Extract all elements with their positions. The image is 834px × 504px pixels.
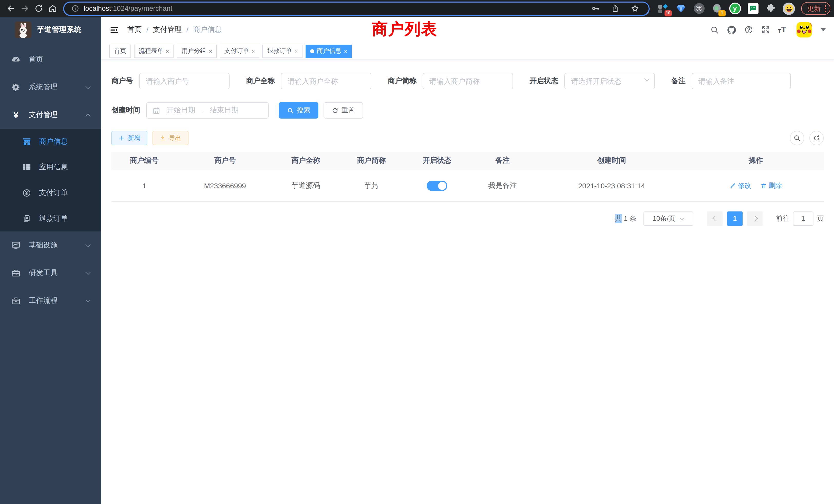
sidebar-item-label: 支付管理 xyxy=(29,110,58,120)
forward-icon[interactable] xyxy=(18,2,32,16)
store-icon xyxy=(21,137,32,146)
tab-merchant-info[interactable]: 商户信息 × xyxy=(306,44,352,58)
search-icon xyxy=(793,135,800,142)
export-button[interactable]: 导出 xyxy=(153,131,189,145)
sidebar-item-dev-tools[interactable]: 研发工具 xyxy=(0,259,101,287)
browser-update-button[interactable]: 更新 xyxy=(801,2,830,15)
profile-avatar-icon[interactable] xyxy=(783,2,795,15)
sidebar-fold-icon[interactable] xyxy=(109,25,119,35)
col-status: 开启状态 xyxy=(404,152,470,170)
sidebar-item-merchant-info[interactable]: 商户信息 xyxy=(0,129,101,155)
full-name-input[interactable] xyxy=(281,73,371,89)
page-1-button[interactable]: 1 xyxy=(727,211,743,226)
app-logo[interactable]: 芋道管理系统 xyxy=(0,17,101,43)
share-icon[interactable] xyxy=(611,4,619,13)
tab-refund-order[interactable]: 退款订单 × xyxy=(263,44,303,58)
status-select-input[interactable] xyxy=(564,73,655,89)
tab-close-icon[interactable]: × xyxy=(166,48,169,54)
chevron-down-icon xyxy=(86,84,91,89)
cell-merchant-id: 1 xyxy=(111,170,177,201)
font-size-icon[interactable]: TT xyxy=(778,26,786,34)
sidebar-item-label: 退款订单 xyxy=(39,214,68,223)
url-text[interactable]: localhost:1024/pay/merchant xyxy=(84,5,591,12)
extension-cmd-icon[interactable]: ⌘ xyxy=(693,2,705,15)
cell-short-name: 芋艿 xyxy=(338,170,404,201)
extensions-puzzle-icon[interactable] xyxy=(765,2,777,15)
url-bar[interactable]: localhost:1024/pay/merchant xyxy=(63,1,650,16)
breadcrumb-payment[interactable]: 支付管理 xyxy=(153,25,182,35)
edit-link[interactable]: 修改 xyxy=(730,181,751,190)
refresh-table-button[interactable] xyxy=(809,131,824,145)
reload-icon[interactable] xyxy=(32,2,46,16)
status-select[interactable] xyxy=(564,73,655,89)
col-created-at: 创建时间 xyxy=(535,152,688,170)
tab-close-icon[interactable]: × xyxy=(209,48,212,54)
sidebar-item-payment[interactable]: ¥ 支付管理 xyxy=(0,101,101,129)
sidebar-item-pay-order[interactable]: 支付订单 xyxy=(0,180,101,206)
sidebar-item-label: 工作流程 xyxy=(29,296,58,305)
add-button[interactable]: 新增 xyxy=(111,131,147,145)
sidebar-item-system[interactable]: 系统管理 xyxy=(0,73,101,101)
bookmark-star-icon[interactable] xyxy=(631,4,639,13)
fullscreen-icon[interactable] xyxy=(761,25,770,35)
plus-icon xyxy=(118,135,125,141)
sidebar-item-home[interactable]: 首页 xyxy=(0,46,101,73)
tab-close-icon[interactable]: × xyxy=(251,48,255,54)
top-navbar: 首页 / 支付管理 / 商户信息 商户列表 xyxy=(101,17,834,43)
tab-pay-order[interactable]: 支付订单 × xyxy=(220,44,260,58)
extension-chat-icon[interactable] xyxy=(747,2,759,15)
tab-process-form[interactable]: 流程表单 × xyxy=(134,44,174,58)
create-time-label: 创建时间 xyxy=(111,106,140,115)
reset-button[interactable]: 重置 xyxy=(324,102,363,118)
tab-label: 商户信息 xyxy=(317,47,342,55)
sidebar-item-infrastructure[interactable]: 基础设施 xyxy=(0,231,101,259)
date-range-picker[interactable]: 开始日期 - 结束日期 xyxy=(146,102,269,118)
short-name-label: 商户简称 xyxy=(388,76,416,86)
remark-label: 备注 xyxy=(671,76,686,86)
short-name-input[interactable] xyxy=(423,73,513,89)
goto-label: 前往 xyxy=(776,214,789,223)
documents-icon xyxy=(21,214,32,223)
tab-close-icon[interactable]: × xyxy=(344,48,347,54)
merchant-no-input[interactable] xyxy=(139,73,229,89)
page-size-select[interactable]: 10条/页 xyxy=(643,211,693,226)
github-icon[interactable] xyxy=(727,25,737,35)
delete-link[interactable]: 删除 xyxy=(760,181,782,190)
breadcrumb-home[interactable]: 首页 xyxy=(127,25,142,35)
back-icon[interactable] xyxy=(4,2,18,16)
goto-page-input[interactable] xyxy=(793,211,813,226)
remark-input[interactable] xyxy=(692,73,791,89)
extension-grid-icon[interactable]: 10 xyxy=(657,2,669,15)
chevron-down-icon xyxy=(86,270,91,275)
prev-page-button[interactable] xyxy=(707,211,723,226)
cell-remark: 我是备注 xyxy=(470,170,535,201)
next-page-button[interactable] xyxy=(747,211,763,226)
sidebar-item-workflow[interactable]: 工作流程 xyxy=(0,287,101,315)
header-search-icon[interactable] xyxy=(710,25,719,34)
site-info-icon[interactable] xyxy=(71,5,79,12)
help-icon[interactable] xyxy=(744,25,753,35)
tab-close-icon[interactable]: × xyxy=(294,48,298,54)
sidebar-item-app-info[interactable]: 应用信息 xyxy=(0,155,101,180)
refresh-icon xyxy=(813,135,820,142)
tags-view-bar: 首页 流程表单 × 用户分组 × 支付订单 × 退款订单 × xyxy=(101,43,834,60)
sidebar-item-label: 系统管理 xyxy=(29,83,58,92)
search-button[interactable]: 搜索 xyxy=(279,102,319,118)
extension-yudao-icon[interactable]: y xyxy=(729,2,741,15)
browser-menu-icon[interactable] xyxy=(825,5,826,12)
tab-home[interactable]: 首页 xyxy=(109,44,131,58)
user-menu-caret-icon[interactable] xyxy=(821,28,826,31)
sidebar-item-refund-order[interactable]: 退款订单 xyxy=(0,206,101,231)
user-avatar[interactable] xyxy=(796,22,812,38)
extension-gem-icon[interactable] xyxy=(675,2,687,15)
tab-user-group[interactable]: 用户分组 × xyxy=(177,44,217,58)
password-key-icon[interactable] xyxy=(591,4,600,13)
status-toggle[interactable] xyxy=(427,180,447,191)
home-icon[interactable] xyxy=(46,2,60,16)
table-row: 1 M233666999 芋道源码 芋艿 我是备注 2021-10-23 08:… xyxy=(111,170,824,201)
col-full-name: 商户全称 xyxy=(273,152,339,170)
page-annotation: 商户列表 xyxy=(372,19,438,40)
show-search-toggle-button[interactable] xyxy=(790,131,804,145)
extension-blob-icon[interactable]: 1 xyxy=(711,2,723,15)
chevron-down-icon xyxy=(86,297,91,302)
